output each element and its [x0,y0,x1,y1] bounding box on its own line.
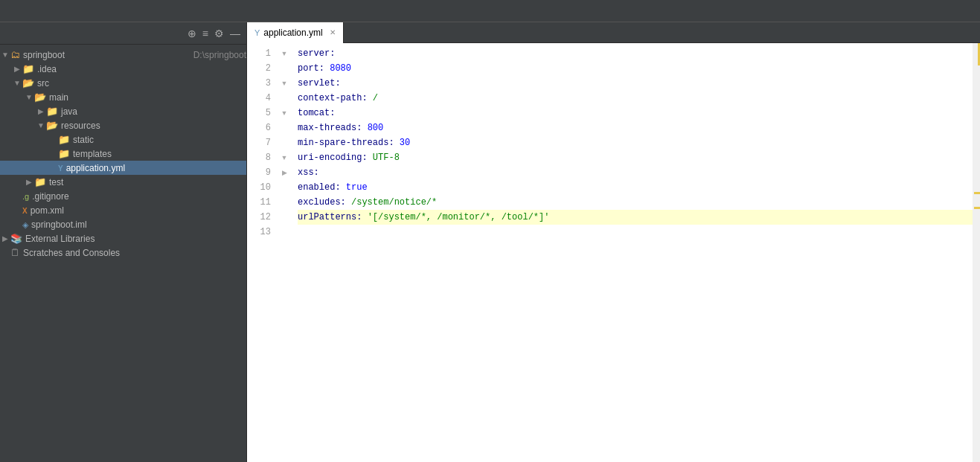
code-editor[interactable]: server: port: 8080 servlet: context-path… [292,43,973,462]
tree-item-icon: 📂 [34,92,46,103]
tree-arrow[interactable]: ▼ [36,121,46,129]
tree-item-icon: .g [22,190,29,202]
code-text: xss: [298,165,973,180]
code-line: excludes: /system/notice/* [298,195,973,210]
line-number: 11 [256,195,271,210]
code-text: enabled: true [298,180,973,195]
tree-item-java[interactable]: ▶📁java [0,104,246,118]
fold-arrow[interactable]: ▼ [277,106,292,121]
line-number: 4 [256,91,271,106]
line-number: 2 [256,61,271,76]
sidebar: ⊕ ≡ ⚙ — ▼🗂springboot D:\springboot▶📁.ide… [0,22,247,462]
tree-item-icon: X [22,205,28,216]
tab-application-yml[interactable]: Yapplication.yml✕ [247,22,344,43]
tree-item-external-libraries[interactable]: ▶📚External Libraries [0,231,246,246]
line-number: 5 [256,106,271,121]
tree-item-label: src [37,78,246,89]
tree-arrow[interactable]: ▶ [12,65,22,73]
tree-arrow[interactable]: ▶ [36,107,46,115]
tree-item-icon: ◈ [22,219,28,230]
fold-arrow[interactable]: ▼ [277,76,292,91]
code-text: excludes: /system/notice/* [298,195,973,210]
tree-item-scratches-consoles[interactable]: 🗒Scratches and Consoles [0,246,246,260]
fold-arrow[interactable]: ▼ [277,150,292,165]
tree-arrow[interactable]: ▶ [24,178,34,186]
tab-label: application.yml [263,28,322,38]
code-line: server: [298,46,973,61]
tree-item-label: resources [61,121,246,131]
code-line: urlPatterns: '[/system/*, /monitor/*, /t… [298,210,973,225]
tree-item-label: application.yml [66,163,246,173]
fold-arrow[interactable]: ▼ [277,46,292,61]
editor-content[interactable]: 12345678910111213 ▼▼▼▼▶ server: port: 80… [247,43,980,462]
tree-item-pom-xml[interactable]: Xpom.xml [0,203,246,217]
tree-item-label: springboot [23,50,190,60]
line-number: 12 [256,210,271,225]
tree-arrow[interactable]: ▼ [24,93,34,101]
tree-item-test[interactable]: ▶📁test [0,175,246,189]
right-markers [973,43,980,462]
tree-item-application-yml[interactable]: Yapplication.yml [0,161,246,175]
tree-item-icon: 📂 [22,77,34,89]
tree-item-idea[interactable]: ▶📁.idea [0,62,246,76]
tree-item-src[interactable]: ▼📂src [0,76,246,90]
fold-arrow [277,195,292,210]
tree-item-resources[interactable]: ▼📂resources [0,118,246,132]
tree-item-templates[interactable]: 📁templates [0,147,246,161]
code-text: tomcat: [298,106,973,121]
tree-item-label: External Libraries [25,234,246,244]
scroll-from-source-icon[interactable]: ≡ [202,28,208,39]
code-line: tomcat: [298,106,973,121]
tree-arrow[interactable]: ▶ [0,234,10,243]
sidebar-tree: ▼🗂springboot D:\springboot▶📁.idea▼📂src▼📂… [0,45,246,462]
line-number: 9 [256,165,271,180]
fold-arrow [277,225,292,240]
tree-arrow[interactable]: ▼ [12,79,22,87]
line-number: 13 [256,225,271,240]
fold-arrow [277,61,292,76]
tree-item-springboot-iml[interactable]: ◈springboot.iml [0,217,246,231]
editor-area: Yapplication.yml✕ 12345678910111213 ▼▼▼▼… [247,22,980,462]
top-bar [0,0,980,22]
code-text: min-spare-threads: 30 [298,135,973,150]
tree-item-static[interactable]: 📁static [0,132,246,147]
tree-arrow[interactable]: ▼ [0,51,10,59]
sidebar-header: ⊕ ≡ ⚙ — [0,22,246,45]
editor-marker [974,207,980,209]
fold-arrow [277,121,292,135]
code-text: servlet: [298,76,973,91]
main-content: ⊕ ≡ ⚙ — ▼🗂springboot D:\springboot▶📁.ide… [0,22,980,462]
line-number: 7 [256,135,271,150]
minimize-icon[interactable]: — [230,28,240,39]
tree-item-label: templates [73,149,246,159]
code-line: servlet: [298,76,973,91]
tree-item-label: static [73,135,246,145]
line-number: 6 [256,121,271,135]
add-content-icon[interactable]: ⊕ [188,28,196,39]
fold-gutter: ▼▼▼▼▶ [277,43,292,462]
tree-item-label: Scratches and Consoles [23,248,246,258]
tree-item-label: test [49,177,246,187]
fold-arrow[interactable]: ▶ [277,165,292,180]
code-line: context-path: / [298,91,973,106]
tree-item-springboot-root[interactable]: ▼🗂springboot D:\springboot [0,48,246,62]
line-numbers: 12345678910111213 [247,43,277,462]
tree-item-icon: 🗂 [10,49,20,60]
gear-icon[interactable]: ⚙ [214,28,224,39]
line-number: 1 [256,46,271,61]
tree-item-label: .idea [37,64,246,74]
tab-bar: Yapplication.yml✕ [247,22,980,43]
sidebar-header-icons: ⊕ ≡ ⚙ — [188,28,240,39]
tree-item-icon: 📁 [46,106,58,117]
tab-close-button[interactable]: ✕ [330,28,336,36]
tree-item-icon: 📚 [10,233,22,244]
tree-item-label: .gitignore [32,191,246,202]
tree-item-gitignore[interactable]: .g.gitignore [0,189,246,203]
code-line: port: 8080 [298,61,973,76]
fold-arrow [277,180,292,195]
tree-item-main[interactable]: ▼📂main [0,90,246,104]
tree-item-icon: 📁 [58,134,70,145]
tree-item-icon: 📁 [22,63,34,74]
code-text: urlPatterns: '[/system/*, /monitor/*, /t… [298,210,973,225]
code-line: max-threads: 800 [298,121,973,135]
